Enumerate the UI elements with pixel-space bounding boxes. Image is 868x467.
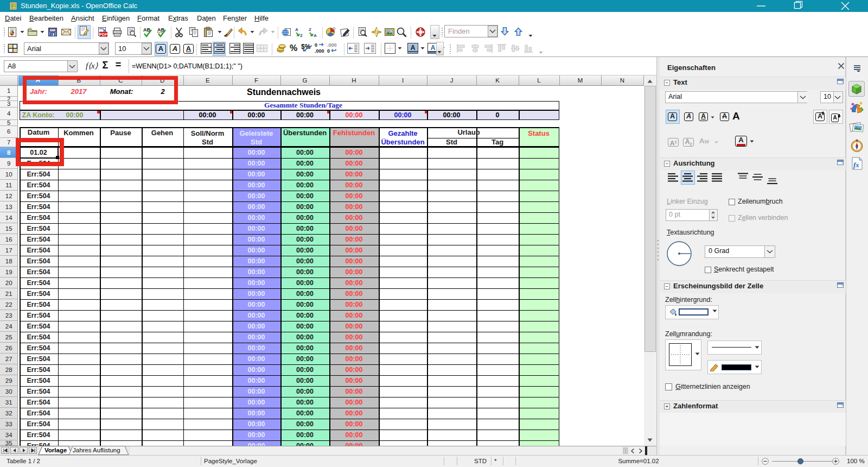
svg-text:Z: Z	[309, 27, 311, 32]
svg-text:A: A	[314, 33, 317, 37]
svg-text:.000: .000	[315, 48, 324, 54]
svg-text:Z: Z	[300, 33, 303, 37]
svg-text:A: A	[411, 44, 416, 52]
svg-text:A: A	[431, 44, 436, 52]
svg-text:N: N	[856, 139, 858, 142]
svg-text:0: 0	[315, 42, 317, 48]
svg-text:.000: .000	[327, 42, 337, 48]
svg-text:fx: fx	[853, 161, 859, 169]
svg-text:0: 0	[327, 48, 330, 54]
svg-text:PDF: PDF	[99, 32, 107, 37]
svg-text:A: A	[295, 27, 298, 32]
